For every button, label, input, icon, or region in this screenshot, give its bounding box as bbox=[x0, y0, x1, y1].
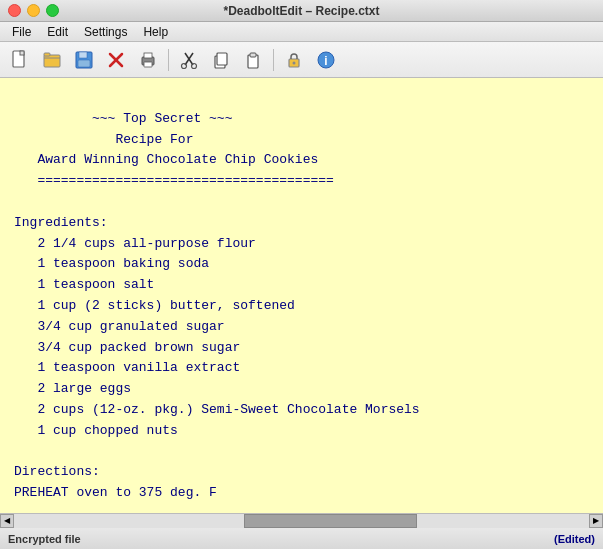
close-button[interactable] bbox=[8, 4, 21, 17]
menu-settings[interactable]: Settings bbox=[76, 22, 135, 41]
delete-button[interactable] bbox=[102, 46, 130, 74]
svg-rect-3 bbox=[44, 53, 50, 56]
svg-point-14 bbox=[182, 63, 187, 68]
encrypt-button[interactable] bbox=[280, 46, 308, 74]
svg-rect-19 bbox=[250, 53, 256, 57]
svg-rect-17 bbox=[217, 53, 227, 65]
status-bar: Encrypted file (Edited) bbox=[0, 527, 603, 549]
editor-container: ~~~ Top Secret ~~~ Recipe For Award Winn… bbox=[0, 78, 603, 513]
status-left: Encrypted file bbox=[8, 533, 81, 545]
scroll-thumb[interactable] bbox=[244, 514, 417, 528]
toolbar: i bbox=[0, 42, 603, 78]
svg-rect-6 bbox=[78, 60, 90, 67]
svg-text:i: i bbox=[324, 54, 327, 68]
maximize-button[interactable] bbox=[46, 4, 59, 17]
horizontal-scrollbar[interactable]: ◀ ▶ bbox=[0, 513, 603, 527]
scroll-track[interactable] bbox=[14, 514, 589, 528]
new-button[interactable] bbox=[6, 46, 34, 74]
editor-content[interactable]: ~~~ Top Secret ~~~ Recipe For Award Winn… bbox=[0, 78, 603, 513]
minimize-button[interactable] bbox=[27, 4, 40, 17]
separator-2 bbox=[273, 49, 274, 71]
scroll-left-button[interactable]: ◀ bbox=[0, 514, 14, 528]
svg-rect-5 bbox=[79, 52, 87, 58]
title-bar: *DeadboltEdit – Recipe.ctxt bbox=[0, 0, 603, 22]
main-area: ~~~ Top Secret ~~~ Recipe For Award Winn… bbox=[0, 78, 603, 527]
menu-bar: File Edit Settings Help bbox=[0, 22, 603, 42]
separator-1 bbox=[168, 49, 169, 71]
scroll-right-button[interactable]: ▶ bbox=[589, 514, 603, 528]
print-button[interactable] bbox=[134, 46, 162, 74]
menu-file[interactable]: File bbox=[4, 22, 39, 41]
svg-point-21 bbox=[293, 61, 296, 64]
status-right: (Edited) bbox=[554, 533, 595, 545]
paste-button[interactable] bbox=[239, 46, 267, 74]
svg-rect-2 bbox=[44, 55, 60, 67]
window-title: *DeadboltEdit – Recipe.ctxt bbox=[223, 4, 379, 18]
info-button[interactable]: i bbox=[312, 46, 340, 74]
svg-rect-10 bbox=[144, 62, 152, 67]
copy-button[interactable] bbox=[207, 46, 235, 74]
window-controls[interactable] bbox=[8, 4, 59, 17]
cut-button[interactable] bbox=[175, 46, 203, 74]
open-button[interactable] bbox=[38, 46, 66, 74]
svg-rect-11 bbox=[144, 53, 152, 58]
menu-help[interactable]: Help bbox=[135, 22, 176, 41]
save-button[interactable] bbox=[70, 46, 98, 74]
menu-edit[interactable]: Edit bbox=[39, 22, 76, 41]
svg-rect-1 bbox=[20, 51, 24, 55]
svg-point-15 bbox=[192, 63, 197, 68]
